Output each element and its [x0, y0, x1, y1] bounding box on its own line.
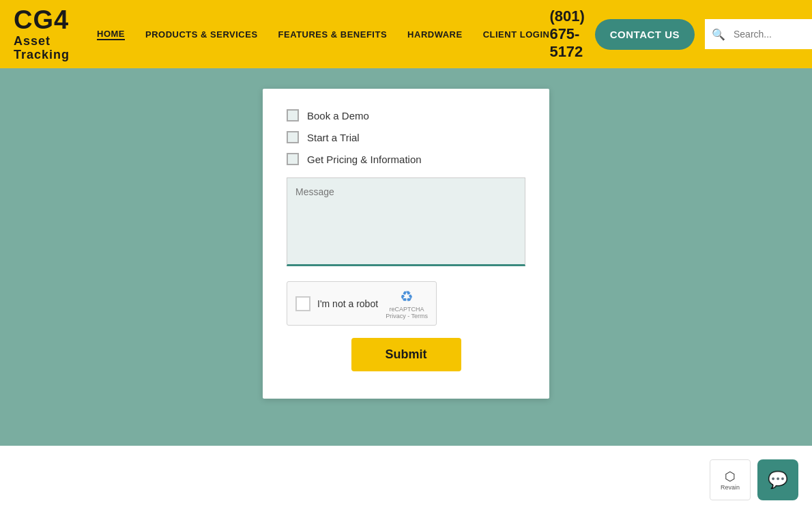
message-wrapper — [287, 177, 525, 269]
logo: CG4 Asset Tracking — [14, 6, 70, 61]
nav-client-login[interactable]: CLIENT LOGIN — [483, 29, 550, 40]
checkbox-book-demo[interactable]: Book a Demo — [287, 109, 525, 122]
logo-subtitle: Asset Tracking — [14, 35, 70, 62]
message-textarea[interactable] — [287, 177, 525, 266]
checkbox-start-trial[interactable]: Start a Trial — [287, 131, 525, 143]
contact-form-card: Book a Demo Start a Trial Get Pricing & … — [263, 89, 549, 399]
recaptcha-swirl-icon: ♻ — [400, 288, 414, 306]
nav-features[interactable]: FEATURES & BENEFITS — [278, 29, 388, 40]
submit-button[interactable]: Submit — [351, 338, 461, 371]
footer-bar — [0, 446, 812, 514]
search-wrapper: 🔍 — [705, 19, 812, 49]
recaptcha-widget[interactable]: I'm not a robot ♻ reCAPTCHA Privacy - Te… — [287, 281, 437, 326]
recaptcha-label: I'm not a robot — [317, 298, 378, 309]
checkbox-get-pricing-label: Get Pricing & Information — [307, 154, 422, 165]
checkbox-get-pricing[interactable]: Get Pricing & Information — [287, 153, 525, 165]
recaptcha-text: I'm not a robot — [317, 298, 378, 309]
checkbox-book-demo-label: Book a Demo — [307, 110, 369, 122]
checkbox-start-trial-input[interactable] — [287, 131, 299, 143]
main-nav: HOME PRODUCTS & SERVICES FEATURES & BENE… — [97, 29, 549, 40]
logo-cg4: CG4 — [14, 6, 70, 35]
recaptcha-links: Privacy - Terms — [386, 313, 428, 319]
header: CG4 Asset Tracking HOME PRODUCTS & SERVI… — [0, 0, 812, 68]
nav-hardware[interactable]: HARDWARE — [407, 29, 463, 40]
header-right: (801) 675-5172 CONTACT US 🔍 — [549, 8, 812, 61]
checkbox-start-trial-label: Start a Trial — [307, 132, 360, 143]
recaptcha-checkbox[interactable] — [295, 296, 310, 311]
main-content: Book a Demo Start a Trial Get Pricing & … — [0, 68, 812, 446]
phone-number: (801) 675-5172 — [549, 8, 584, 61]
recaptcha-brand: reCAPTCHA — [390, 306, 424, 313]
recaptcha-logo: ♻ reCAPTCHA Privacy - Terms — [386, 288, 428, 319]
chat-widget[interactable]: 💬 — [757, 459, 798, 500]
revain-widget[interactable]: ⬡ Revain — [710, 459, 751, 500]
revain-icon: ⬡ — [725, 469, 736, 484]
checkbox-book-demo-input[interactable] — [287, 109, 299, 122]
checkbox-group: Book a Demo Start a Trial Get Pricing & … — [287, 109, 525, 165]
checkbox-get-pricing-input[interactable] — [287, 153, 299, 165]
chat-icon: 💬 — [768, 470, 788, 489]
nav-products[interactable]: PRODUCTS & SERVICES — [145, 29, 258, 40]
search-icon: 🔍 — [712, 28, 725, 41]
nav-home[interactable]: HOME — [97, 29, 125, 40]
revain-label: Revain — [721, 484, 740, 491]
contact-us-button[interactable]: CONTACT US — [595, 19, 695, 50]
search-input[interactable] — [725, 23, 807, 45]
